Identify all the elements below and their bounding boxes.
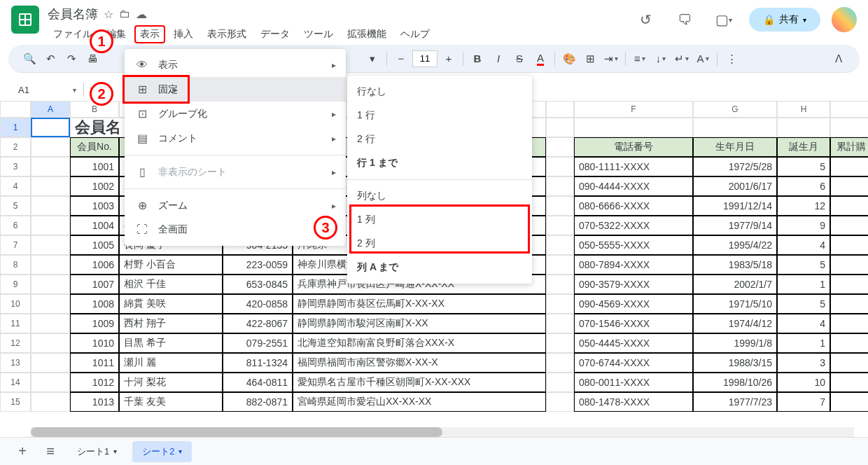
cell[interactable] (31, 392, 70, 412)
cell-birth[interactable]: 1972/5/28 (693, 157, 777, 176)
cell-no[interactable]: 1013 (70, 392, 119, 412)
cell[interactable] (546, 275, 574, 294)
strikethrough-icon[interactable]: S (510, 49, 529, 69)
row-header[interactable]: 11 (0, 314, 31, 333)
cell-no[interactable]: 1003 (70, 196, 119, 216)
menu-view[interactable]: 表示 (134, 25, 165, 43)
cell-name[interactable]: 十河 梨花 (119, 373, 223, 392)
cell-birth[interactable]: 2001/6/17 (693, 176, 777, 196)
column-header[interactable]: H (777, 101, 830, 118)
cell-no[interactable]: 1010 (70, 333, 119, 353)
menu-insert[interactable]: 挿入 (168, 25, 199, 43)
freeze-2-rows[interactable]: 2 行 (347, 127, 532, 151)
column-header[interactable]: A (31, 101, 70, 118)
menu-freeze[interactable]: ⊞ 固定 ▸ (125, 77, 346, 102)
cell-month[interactable]: 7 (777, 392, 830, 412)
cell[interactable] (31, 333, 70, 353)
row-header[interactable]: 14 (0, 373, 31, 392)
cell-total[interactable] (830, 333, 868, 353)
freeze-no-rows[interactable]: 行なし (347, 80, 532, 104)
header-no[interactable]: 会員No. (70, 137, 119, 157)
cell-month[interactable]: 5 (777, 294, 830, 314)
more-icon[interactable]: ⋮ (722, 49, 741, 69)
menu-show[interactable]: 👁 表示 ▸ (125, 53, 346, 77)
cell-month[interactable]: 9 (777, 216, 830, 235)
cell-phone[interactable]: 080-6666-XXXX (574, 196, 693, 216)
freeze-no-cols[interactable]: 列なし (347, 184, 532, 208)
cell-addr[interactable]: 福岡県福岡市南区警弥郷X-XX-X (293, 353, 546, 373)
cell-no[interactable]: 1002 (70, 176, 119, 196)
cell-phone[interactable]: 090-3579-XXXX (574, 275, 693, 294)
cell-zip[interactable]: 811-1324 (223, 353, 293, 373)
search-icon[interactable]: 🔍 (20, 49, 39, 69)
user-avatar[interactable] (832, 7, 857, 32)
bold-icon[interactable]: B (468, 49, 487, 69)
cell-month[interactable]: 12 (777, 196, 830, 216)
row-header[interactable]: 4 (0, 176, 31, 196)
font-size-input[interactable] (412, 50, 438, 67)
cell-month[interactable]: 6 (777, 176, 830, 196)
cell-total[interactable] (830, 353, 868, 373)
cell-no[interactable]: 1001 (70, 157, 119, 176)
row-header[interactable]: 10 (0, 294, 31, 314)
cell-no[interactable]: 1008 (70, 294, 119, 314)
menu-comment[interactable]: ▤ コメント ▸ (125, 126, 346, 151)
merge-icon[interactable]: ⇥▾ (601, 49, 621, 69)
cell-total[interactable] (830, 176, 868, 196)
cell[interactable] (546, 353, 574, 373)
italic-icon[interactable]: I (489, 49, 508, 69)
cell-name[interactable]: 目黒 希子 (119, 333, 223, 353)
horizontal-scrollbar[interactable] (31, 427, 854, 437)
cell-month[interactable]: 10 (777, 373, 830, 392)
column-header[interactable] (546, 101, 574, 118)
halign-icon[interactable]: ≡▾ (630, 49, 650, 69)
row-header[interactable]: 3 (0, 157, 31, 176)
name-box[interactable]: A1 (14, 81, 56, 98)
row-header[interactable]: 15 (0, 392, 31, 412)
cell-addr[interactable]: 静岡県静岡市駿河区南町X-XX (293, 314, 546, 333)
cell-phone[interactable]: 080-1478-XXXX (574, 392, 693, 412)
redo-icon[interactable]: ↷ (62, 49, 81, 69)
cell-phone[interactable]: 090-4444-XXXX (574, 176, 693, 196)
star-icon[interactable]: ☆ (104, 8, 113, 21)
cell-birth[interactable]: 1983/5/18 (693, 255, 777, 275)
cell-phone[interactable]: 070-5322-XXXX (574, 216, 693, 235)
cell[interactable] (31, 235, 70, 255)
row-header[interactable]: 12 (0, 333, 31, 353)
cell[interactable] (31, 176, 70, 196)
cell-total[interactable] (830, 373, 868, 392)
cell-zip[interactable]: 464-0811 (223, 373, 293, 392)
cell[interactable] (31, 275, 70, 294)
cell[interactable] (693, 118, 777, 137)
cell[interactable] (574, 118, 693, 137)
cell-total[interactable] (830, 392, 868, 412)
cell-zip[interactable]: 223-0059 (223, 255, 293, 275)
cell[interactable] (546, 176, 574, 196)
cell-zip[interactable]: 653-0845 (223, 275, 293, 294)
row-header[interactable]: 8 (0, 255, 31, 275)
cell-month[interactable]: 5 (777, 255, 830, 275)
cell-month[interactable]: 1 (777, 333, 830, 353)
cell-name[interactable]: 瀬川 麗 (119, 353, 223, 373)
cell-birth[interactable]: 1977/7/23 (693, 392, 777, 412)
cell[interactable] (546, 157, 574, 176)
rotate-icon[interactable]: A▾ (693, 49, 713, 69)
cell[interactable] (546, 294, 574, 314)
cell[interactable] (31, 314, 70, 333)
cell-phone[interactable]: 080-0011-XXXX (574, 373, 693, 392)
row-header[interactable]: 7 (0, 235, 31, 255)
cell[interactable] (31, 294, 70, 314)
freeze-1-row[interactable]: 1 行 (347, 104, 532, 127)
name-box-caret-icon[interactable]: ▾ (73, 86, 76, 94)
wrap-icon[interactable]: ↵▾ (672, 49, 692, 69)
cell-addr[interactable]: 愛知県名古屋市千種区朝岡町X-XX-XXX (293, 373, 546, 392)
cell-addr[interactable]: 北海道空知郡南富良野町落合XXX-X (293, 333, 546, 353)
cell[interactable] (31, 255, 70, 275)
cell[interactable] (31, 157, 70, 176)
paint-format-icon[interactable]: ▾ (363, 49, 382, 69)
borders-icon[interactable]: ⊞ (580, 49, 600, 69)
sheet-tab-1[interactable]: シート1 ▾ (67, 441, 127, 462)
share-button[interactable]: 🔒 共有 ▾ (749, 8, 820, 32)
cell-month[interactable]: 3 (777, 353, 830, 373)
cell-birth[interactable]: 2002/1/7 (693, 275, 777, 294)
